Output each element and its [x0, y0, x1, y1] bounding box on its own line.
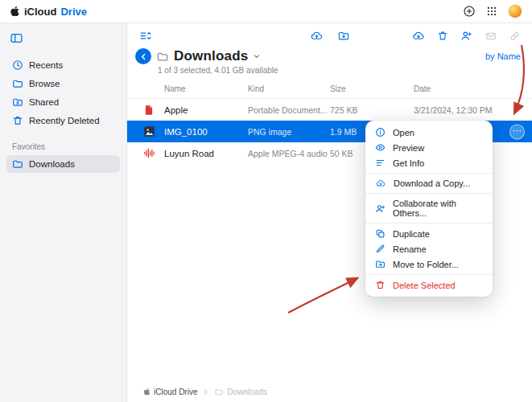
folder-icon: [214, 388, 224, 396]
menu-item-duplicate[interactable]: Duplicate: [365, 226, 493, 241]
menu-item-download-copy[interactable]: Download a Copy...: [365, 176, 493, 191]
user-avatar[interactable]: [508, 4, 522, 18]
folder-icon: [12, 158, 23, 170]
file-kind: PNG image: [248, 127, 330, 137]
new-folder-button[interactable]: [336, 30, 350, 42]
table-row-apple[interactable]: Apple Portable Document... 725 KB 3/21/2…: [127, 99, 532, 121]
clock-icon: [12, 59, 23, 71]
info-lines-icon: [375, 158, 386, 168]
toolbar-center-group: [309, 30, 350, 42]
sidebar-item-shared[interactable]: Shared: [6, 93, 120, 111]
topbar: iCloud Drive: [0, 0, 532, 23]
file-date: 3/21/2024, 12:30 PM: [414, 105, 524, 115]
toolbar: [127, 23, 532, 44]
back-button[interactable]: [135, 48, 151, 64]
file-kind: Portable Document...: [248, 105, 330, 115]
apple-logo-icon: [10, 6, 20, 17]
table-header: Name Kind Size Date: [127, 80, 532, 99]
email-link-button[interactable]: [485, 31, 497, 42]
download-cloud-icon: [375, 178, 386, 188]
breadcrumb-current-label: Downloads: [227, 388, 266, 396]
breadcrumb-root[interactable]: iCloud Drive: [143, 388, 197, 396]
file-name: Luyun Road: [164, 149, 248, 158]
sort-by-name-button[interactable]: by Name: [485, 51, 521, 61]
download-cloud-icon: [411, 30, 426, 42]
copy-link-button[interactable]: [509, 31, 521, 42]
breadcrumb: iCloud Drive Downloads: [127, 381, 532, 402]
file-size: 725 KB: [330, 105, 414, 115]
context-menu: Open Preview Get Info Download a Copy...: [365, 121, 493, 297]
breadcrumb-root-label: iCloud Drive: [154, 388, 197, 396]
menu-item-get-info[interactable]: Get Info: [365, 155, 493, 170]
download-button[interactable]: [411, 30, 426, 42]
pdf-file-icon: [143, 104, 155, 117]
selection-status: 1 of 3 selected, 4.01 GB available: [127, 64, 532, 75]
more-actions-button[interactable]: ⋯: [509, 124, 525, 139]
info-circle-icon: [375, 127, 386, 137]
trash-icon: [375, 280, 386, 290]
menu-item-rename[interactable]: Rename: [365, 241, 493, 256]
apps-grid-icon: [486, 6, 497, 17]
sidebar-nav: Recents Browse Shared Recently Deleted: [6, 56, 120, 129]
list-sort-icon: [138, 30, 152, 42]
chevron-right-icon: [202, 388, 209, 396]
sidebar: Recents Browse Shared Recently Deleted F…: [0, 23, 127, 402]
toolbar-right-group: [411, 30, 521, 42]
column-header-date[interactable]: Date: [414, 84, 524, 93]
menu-item-preview[interactable]: Preview: [365, 140, 493, 155]
menu-item-collaborate[interactable]: Collaborate with Others...: [365, 196, 493, 220]
chevron-left-icon: [139, 52, 148, 61]
audio-file-icon: [143, 147, 155, 159]
new-folder-icon: [336, 30, 350, 42]
menu-divider: [365, 173, 493, 174]
image-file-icon: [143, 125, 155, 137]
sidebar-toggle-icon: [10, 31, 23, 45]
sidebar-item-browse[interactable]: Browse: [6, 75, 120, 92]
main-content: Downloads by Name 1 of 3 selected, 4.01 …: [127, 23, 532, 402]
column-header-size[interactable]: Size: [330, 84, 414, 93]
upload-button[interactable]: [309, 30, 324, 42]
layout: Recents Browse Shared Recently Deleted F…: [0, 23, 532, 402]
delete-button[interactable]: [437, 30, 448, 42]
menu-divider: [365, 223, 493, 224]
menu-divider: [365, 274, 493, 275]
sidebar-item-recently-deleted[interactable]: Recently Deleted: [6, 112, 120, 129]
create-new-button[interactable]: [463, 5, 476, 18]
column-header-name[interactable]: Name: [164, 84, 248, 93]
person-add-icon: [460, 30, 473, 42]
app-brand: iCloud Drive: [10, 6, 87, 18]
apps-menu-button[interactable]: [486, 6, 497, 17]
sidebar-item-label: Recents: [29, 60, 63, 70]
move-folder-icon: [375, 259, 386, 269]
brand-drive-text: Drive: [60, 6, 87, 18]
column-header-kind[interactable]: Kind: [248, 84, 330, 93]
menu-item-label: Preview: [393, 143, 424, 153]
view-sort-button[interactable]: [138, 30, 152, 42]
brand-icloud-text: iCloud: [24, 6, 56, 18]
icloud-drive-app: iCloud Drive Recents: [0, 0, 532, 402]
menu-item-open[interactable]: Open: [365, 125, 493, 140]
sidebar-item-label: Browse: [29, 79, 60, 88]
menu-item-move-to-folder[interactable]: Move to Folder...: [365, 256, 493, 272]
sidebar-item-label: Recently Deleted: [29, 116, 100, 125]
trash-icon: [437, 30, 448, 42]
menu-item-label: Rename: [393, 244, 427, 254]
favorites-section-label: Favorites: [12, 142, 114, 151]
plus-circle-icon: [463, 5, 476, 18]
envelope-icon: [485, 31, 497, 42]
file-name: IMG_0100: [164, 127, 248, 137]
menu-item-label: Delete Selected: [393, 281, 456, 290]
chevron-down-icon[interactable]: [253, 52, 261, 60]
share-collaborate-button[interactable]: [460, 30, 473, 42]
eye-icon: [375, 142, 386, 153]
sidebar-toggle-button[interactable]: [8, 30, 25, 47]
menu-item-delete-selected[interactable]: Delete Selected: [365, 277, 493, 293]
person-add-icon: [375, 203, 386, 214]
sidebar-item-downloads[interactable]: Downloads: [6, 155, 120, 173]
folder-icon: [156, 51, 169, 63]
file-kind: Apple MPEG-4 audio: [248, 149, 330, 158]
menu-item-label: Download a Copy...: [394, 178, 470, 188]
sidebar-item-recents[interactable]: Recents: [6, 56, 120, 74]
folder-icon: [12, 78, 23, 89]
apple-logo-icon: [143, 388, 151, 396]
